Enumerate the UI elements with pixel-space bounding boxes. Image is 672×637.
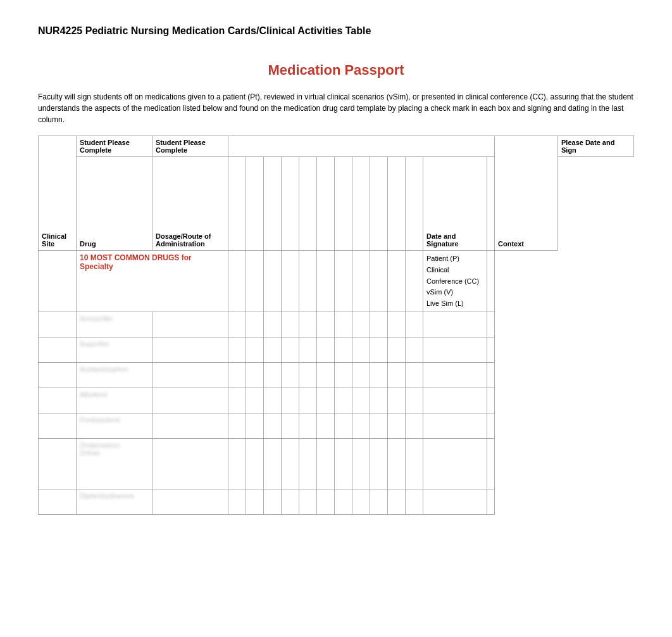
col-context-header: Context	[495, 136, 558, 251]
drug-name-6: OndansetronZofran	[77, 439, 152, 489]
most-common-row: 10 MOST COMMON DRUGS for Specialty Patie…	[39, 251, 634, 312]
drug-interactions-header: Drug Interactions	[388, 157, 406, 251]
clinical-site-cell-1	[39, 251, 77, 312]
drug-row-2: Ibuprofen	[39, 337, 634, 363]
therapeutic-goal-header: Therapeutic Goal	[282, 157, 299, 251]
patient-education-header: Patient Education	[335, 157, 352, 251]
baseline-header: Baseline Assessment	[299, 157, 317, 251]
page-container: NUR4225 Pediatric Nursing Medication Car…	[0, 0, 672, 540]
drug-name-2: Ibuprofen	[77, 337, 152, 363]
drug-row-6: OndansetronZofran	[39, 439, 634, 489]
drug-row-3: Acetaminophen	[39, 363, 634, 388]
col-clinical-site-header: Clinical Site	[39, 136, 77, 251]
drug-name-5: Prednisolone	[77, 413, 152, 439]
drug-name-7: Diphenhydramine	[77, 489, 152, 515]
page-title: NUR4225 Pediatric Nursing Medication Car…	[38, 25, 634, 37]
drug-name-3: Acetaminophen	[77, 363, 152, 388]
main-table: Clinical Site Student Please Complete St…	[38, 136, 634, 515]
description: Faculty will sign students off on medica…	[38, 91, 634, 125]
minimizing-side-header: Minimizing Side effects	[352, 157, 370, 251]
context-cell-1: Patient (P) Clinical Conference (CC) vSi…	[423, 251, 487, 312]
passport-title: Medication Passport	[38, 62, 634, 79]
mechanism-header: Mechanism Of Action	[264, 157, 282, 251]
drug-row-1: Amoxicillin	[39, 312, 634, 337]
header-row: Clinical Site Student Please Complete St…	[39, 136, 634, 157]
drug-name-4: Albuterol	[77, 388, 152, 413]
dosage-header: Dosage/Route of Administration	[152, 157, 228, 251]
col-date-header: Please Date and Sign	[558, 136, 634, 157]
drug-name-1: Amoxicillin	[77, 312, 152, 337]
therapeutic-indication-header: Therapeutic Indication	[246, 157, 264, 251]
pharmacologic-header: Pharmacologic Class	[228, 157, 246, 251]
drug-row-7: Diphenhydramine	[39, 489, 634, 515]
date-signature-header: Date and Signature	[423, 157, 487, 251]
drug-row-4: Albuterol	[39, 388, 634, 413]
evaluating-header: Evaluating Therapeutic effect	[406, 157, 423, 251]
drug-header: Drug	[77, 157, 152, 251]
high-risk-header: High Risk Patients	[317, 157, 335, 251]
col-student1-header: Student Please Complete	[77, 136, 152, 157]
adverse-header: Adverse Effects	[370, 157, 388, 251]
most-common-cell: 10 MOST COMMON DRUGS for Specialty	[77, 251, 228, 312]
faculty-header: Faculty Place Check Mark If Student Corr…	[228, 136, 495, 157]
drug-row-5: Prednisolone	[39, 413, 634, 439]
col-student2-header: Student Please Complete	[152, 136, 228, 157]
